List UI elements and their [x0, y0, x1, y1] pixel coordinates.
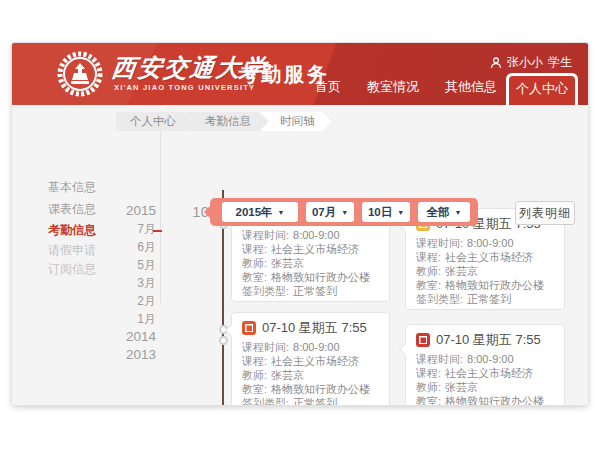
timeline-nav-may[interactable]: 5月: [108, 256, 156, 274]
breadcrumb-timeline[interactable]: 时间轴: [260, 112, 332, 131]
main-nav: 首页 教室情况 其他信息: [302, 78, 510, 105]
breadcrumb-attendance[interactable]: 考勤信息: [185, 112, 268, 131]
timeline-nav-feb[interactable]: 2月: [108, 292, 156, 310]
type-select[interactable]: 全部: [418, 202, 470, 222]
calendar-icon: [416, 333, 430, 347]
university-name-en: XI'AN JIAO TONG UNIVERSITY: [114, 83, 255, 92]
year-select[interactable]: 2015年: [222, 202, 298, 222]
timeline-node: [219, 336, 228, 345]
person-icon: [490, 57, 502, 69]
card-tail: [399, 343, 412, 356]
university-logo-icon: [56, 50, 104, 98]
timeline-nav-2014[interactable]: 2014: [108, 328, 156, 346]
nav-other-info[interactable]: 其他信息: [432, 78, 510, 105]
calendar-icon: [242, 321, 256, 335]
timeline-nav-jun[interactable]: 6月: [108, 238, 156, 256]
sidebar-divider: [160, 111, 161, 303]
list-detail-button[interactable]: 列表明细: [515, 201, 575, 225]
month-select[interactable]: 07月: [306, 202, 354, 222]
attendance-card[interactable]: 07-10 星期五 7:55 课程时间:8:00-9:00 课程:社会主义市场经…: [405, 324, 565, 405]
user-info[interactable]: 张小小 学生: [490, 54, 572, 71]
nav-home[interactable]: 首页: [302, 78, 354, 105]
day-select[interactable]: 10日: [362, 202, 410, 222]
app-header: 西安交通大学 XI'AN JIAO TONG UNIVERSITY 考勤服务 张…: [12, 43, 588, 105]
sidebar-item-basic-info[interactable]: 基本信息: [48, 179, 128, 196]
nav-personal-center-label: 个人中心: [509, 76, 575, 105]
nav-personal-center-tab[interactable]: 个人中心: [506, 73, 578, 105]
nav-classrooms[interactable]: 教室情况: [354, 78, 432, 105]
timeline-nav-jan[interactable]: 1月: [108, 310, 156, 328]
timeline-nav-mar[interactable]: 3月: [108, 274, 156, 292]
timeline-nav-2015[interactable]: 2015: [108, 202, 156, 220]
breadcrumb: 个人中心 考勤信息 时间轴: [116, 112, 332, 131]
app-window: 西安交通大学 XI'AN JIAO TONG UNIVERSITY 考勤服务 张…: [12, 43, 588, 405]
date-filter-bar: 2015年 07月 10日 全部: [210, 198, 478, 226]
user-role: 学生: [548, 54, 572, 71]
breadcrumb-personal-center[interactable]: 个人中心: [116, 112, 193, 131]
timeline-nav-2013[interactable]: 2013: [108, 346, 156, 364]
attendance-card[interactable]: 07-10 星期五 7:55 课程时间:8:00-9:00 课程:社会主义市场经…: [231, 312, 390, 405]
content-area: 基本信息 课表信息 考勤信息 请假申请 订阅信息 个人中心 考勤信息 时间轴 2…: [12, 105, 588, 405]
timeline-nav-jul[interactable]: 7月: [108, 220, 156, 238]
timeline-year-month-nav: 2015 7月 6月 5月 3月 2月 1月 2014 2013: [108, 202, 156, 364]
timeline-nav-current-marker: [153, 230, 162, 232]
user-name: 张小小: [507, 54, 543, 71]
